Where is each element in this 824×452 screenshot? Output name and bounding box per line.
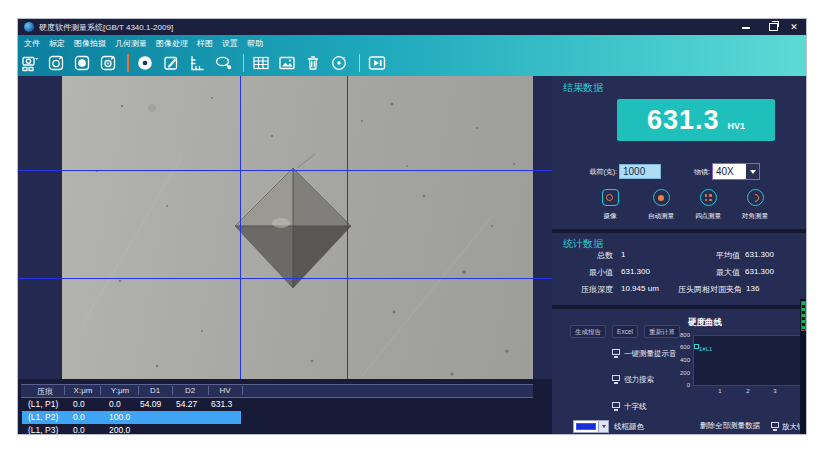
crosshair-vertical-line: [347, 76, 348, 379]
col-header-hv: HV: [210, 386, 240, 395]
caliper-icon[interactable]: [188, 54, 206, 72]
image-icon[interactable]: [278, 54, 296, 72]
measure-point-icon[interactable]: [136, 54, 154, 72]
window-title: 硬度软件测量系统[GB/T 4340.1-2009]: [39, 22, 173, 33]
camera-action-icon: [602, 189, 619, 206]
camera-capture-icon[interactable]: [47, 54, 65, 72]
excel-export-button[interactable]: Excel: [612, 325, 638, 338]
cell-x: 0.0: [73, 425, 85, 435]
title-bar: 硬度软件测量系统[GB/T 4340.1-2009] ✕: [18, 19, 807, 35]
cell-x: 0.0: [73, 399, 85, 409]
hardness-value: 631.3: [647, 105, 720, 136]
objective-value: 40X: [713, 164, 746, 179]
menu-calibration[interactable]: 标定: [49, 38, 65, 49]
column-divider: [242, 386, 243, 395]
screenshot-canvas: { "colors": { "accent_teal": "#1fc0bb", …: [0, 0, 824, 452]
depth-label: 压痕深度: [553, 284, 613, 295]
column-divider: [100, 386, 101, 395]
cell-indent: (L1, P2): [28, 412, 58, 422]
x-axis-tick: 1: [714, 388, 726, 394]
data-table-icon[interactable]: [252, 54, 270, 72]
toolbar: [21, 52, 394, 74]
four-point-icon: [700, 189, 717, 206]
toolbar-separator: [127, 54, 129, 72]
load-label: 载荷(克):: [573, 167, 617, 177]
beep-checkbox-icon[interactable]: [612, 349, 620, 355]
close-button[interactable]: ✕: [786, 21, 802, 33]
hardness-curve-title: 硬度曲线: [688, 317, 722, 329]
minimize-button[interactable]: [738, 21, 754, 33]
cell-indent: (L1, P3): [28, 425, 58, 435]
cell-y: 0.0: [109, 399, 121, 409]
camera-filled-icon[interactable]: [73, 54, 91, 72]
line-color-label: 线框颜色: [614, 422, 644, 432]
panel-scrollbar[interactable]: [800, 299, 807, 435]
delete-icon[interactable]: [304, 54, 322, 72]
record-icon[interactable]: [330, 54, 348, 72]
max-value: 631.300: [745, 267, 774, 276]
menu-help[interactable]: 帮助: [247, 38, 263, 49]
camera-live-icon[interactable]: [99, 54, 117, 72]
col-header-y: Y:μm: [102, 386, 138, 395]
col-header-x: X:μm: [66, 386, 100, 395]
col-header-d1: D1: [140, 386, 170, 395]
objective-select[interactable]: 40X: [712, 163, 760, 180]
menu-image-processing[interactable]: 图像处理: [156, 38, 188, 49]
depth-value: 10.945 um: [621, 284, 659, 293]
cell-y: 200.0: [109, 425, 130, 435]
auto-measure-icon: [653, 189, 670, 206]
line-color-select[interactable]: [573, 420, 609, 433]
generate-report-button[interactable]: 生成报告: [570, 325, 606, 338]
diagonal-measure-button[interactable]: 对角测量: [731, 189, 779, 221]
edit-annotation-icon[interactable]: [162, 54, 180, 72]
crosshair-horizontal-line: [18, 278, 558, 279]
col-header-indent: 压痕: [26, 386, 64, 397]
column-divider: [64, 386, 65, 395]
search-checkbox-label[interactable]: 强力搜索: [624, 375, 654, 385]
cell-d2: 54.27: [176, 399, 197, 409]
table-row[interactable]: (L1, P1) 0.0 0.0 54.09 54.27 631.3: [21, 398, 533, 411]
menu-settings[interactable]: 设置: [222, 38, 238, 49]
microscope-image[interactable]: [62, 76, 533, 379]
crosshair-checkbox-icon[interactable]: [612, 402, 620, 408]
col-header-d2: D2: [174, 386, 206, 395]
camera-button[interactable]: 摄像: [586, 189, 634, 221]
dropdown-arrow-icon[interactable]: [746, 164, 759, 179]
max-label: 最大值: [658, 267, 740, 278]
statistics-header: 统计数据: [563, 237, 603, 251]
column-divider: [138, 386, 139, 395]
app-logo-icon: [24, 22, 34, 32]
min-label: 最小值: [553, 267, 613, 278]
x-axis-tick: 2: [742, 388, 754, 394]
total-value: 1: [621, 250, 625, 259]
crosshair-vertical-line: [240, 76, 241, 379]
magnifier-checkbox-icon[interactable]: [771, 422, 779, 428]
table-row[interactable]: (L1, P3) 0.0 200.0: [21, 424, 533, 435]
menu-image-capture[interactable]: 图像拍摄: [74, 38, 106, 49]
four-point-measure-button[interactable]: 四点测量: [684, 189, 732, 221]
menu-sample-image[interactable]: 样图: [197, 38, 213, 49]
capture-config-icon[interactable]: [21, 54, 39, 72]
cell-indent: (L1, P1): [28, 399, 58, 409]
y-axis-tick: 800: [666, 332, 690, 338]
cell-x: 0.0: [73, 412, 85, 422]
menu-geometry-measure[interactable]: 几何测量: [115, 38, 147, 49]
auto-measure-button[interactable]: 自动测量: [637, 189, 685, 221]
diagonal-measure-label: 对角测量: [731, 212, 779, 221]
load-input[interactable]: [619, 164, 661, 179]
lasso-icon[interactable]: [214, 54, 232, 72]
search-checkbox-icon[interactable]: [612, 375, 620, 381]
dropdown-arrow-icon[interactable]: [598, 421, 608, 432]
table-row-selected[interactable]: (L1, P2) 0.0 100.0: [21, 411, 533, 424]
cell-d1: 54.09: [140, 399, 161, 409]
scrollbar-thumb[interactable]: [801, 301, 806, 331]
indenter-angle-label: 压头两相对面夹角: [658, 284, 742, 295]
maximize-button[interactable]: [764, 21, 780, 33]
y-axis-tick: 400: [666, 357, 690, 363]
delete-all-data-button[interactable]: 删除全部测量数据: [700, 421, 760, 431]
run-icon[interactable]: [368, 54, 386, 72]
menu-file[interactable]: 文件: [24, 38, 40, 49]
restore-icon: [769, 23, 778, 31]
crosshair-checkbox-label[interactable]: 十字线: [624, 402, 647, 412]
average-label: 平均值: [658, 250, 740, 261]
